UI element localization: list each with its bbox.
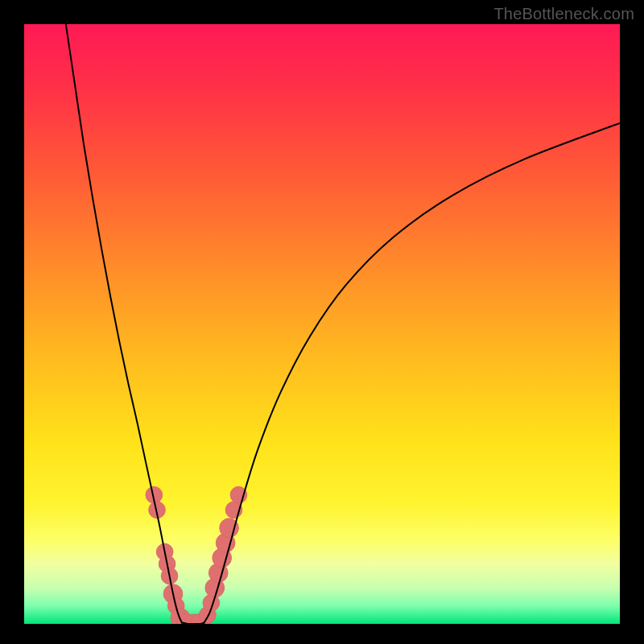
plot-area [24,24,620,624]
curve-path [66,24,620,624]
bottleneck-curve [24,24,620,624]
marker-layer [146,486,247,624]
watermark-text: TheBottleneck.com [493,5,634,23]
curve-marker [230,486,247,503]
chart-frame: TheBottleneck.com [0,0,644,644]
